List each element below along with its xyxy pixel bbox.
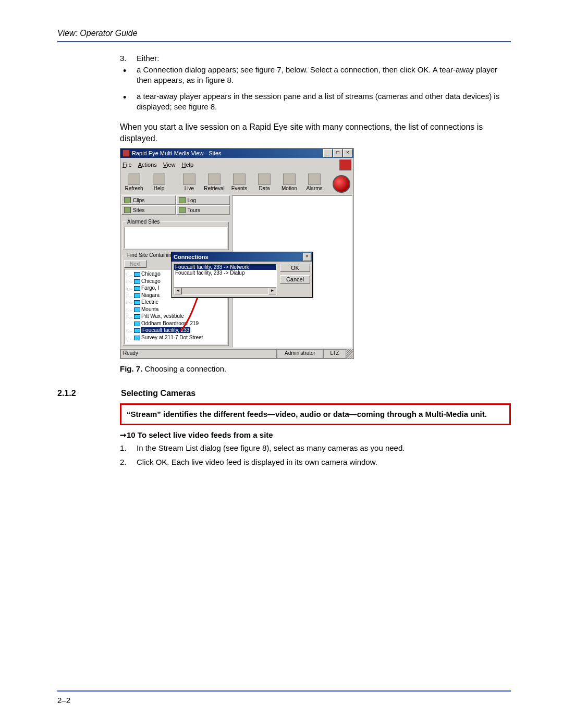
site-icon bbox=[134, 328, 140, 333]
tb-live-label: Live bbox=[185, 186, 194, 191]
section-number: 2.1.2 bbox=[57, 389, 121, 398]
tb-retrieval-label: Retrieval bbox=[204, 186, 224, 191]
note-box: “Stream” identifies the different feeds—… bbox=[120, 403, 511, 425]
header-rule bbox=[57, 41, 511, 42]
step-3: 3. Either: bbox=[120, 54, 511, 63]
app-icon bbox=[123, 150, 130, 157]
step-2-text: Click OK. Each live video feed is displa… bbox=[137, 457, 377, 467]
tree-node-7: Oddham Boardroom 219 bbox=[126, 320, 226, 327]
data-icon bbox=[258, 174, 271, 185]
bullet-2: a tear-away player appears in the sessio… bbox=[120, 91, 511, 113]
tab-sites[interactable]: Sites bbox=[121, 205, 176, 215]
sites-icon bbox=[124, 207, 131, 213]
record-indicator-icon bbox=[339, 159, 351, 170]
close-button[interactable]: × bbox=[343, 149, 352, 157]
tab-log-label: Log bbox=[188, 198, 197, 203]
tb-alarms-label: Alarms bbox=[306, 186, 322, 191]
page-header: View: Operator Guide bbox=[57, 29, 511, 38]
menubar: File Actions View Help bbox=[120, 158, 353, 171]
bullet-1: a Connection dialog appears; see figure … bbox=[120, 65, 511, 86]
step-1: 1.In the Stream List dialog (see figure … bbox=[120, 443, 511, 453]
tb-data[interactable]: Data bbox=[252, 172, 277, 193]
step-3-label: Either: bbox=[137, 54, 159, 63]
tab-clips[interactable]: Clips bbox=[121, 195, 176, 205]
alarmed-sites-group: Alarmed Sites bbox=[123, 219, 229, 250]
alarmed-sites-label: Alarmed Sites bbox=[126, 219, 161, 225]
tab-clips-label: Clips bbox=[133, 198, 144, 203]
next-button[interactable]: Next bbox=[124, 260, 146, 268]
status-mid: Administrator bbox=[277, 349, 323, 359]
connections-list[interactable]: Foucault facility, 233 -> Network Foucau… bbox=[174, 264, 277, 295]
site-icon bbox=[134, 300, 140, 305]
alarms-icon bbox=[308, 174, 321, 185]
tree-node-9: Survey at 211-7 Dot Street bbox=[126, 334, 226, 341]
site-icon bbox=[134, 322, 140, 326]
figure-label: Fig. 7. bbox=[120, 364, 142, 373]
connection-item-0[interactable]: Foucault facility, 233 -> Network bbox=[174, 264, 276, 270]
app-title: Rapid Eye Multi-Media View - Sites bbox=[132, 150, 222, 156]
status-bar: Ready Administrator LTZ bbox=[120, 349, 353, 359]
app-titlebar: Rapid Eye Multi-Media View - Sites _ □ × bbox=[120, 149, 353, 158]
cancel-button[interactable]: Cancel bbox=[280, 275, 310, 283]
events-icon bbox=[233, 174, 246, 185]
tb-events-label: Events bbox=[231, 186, 248, 191]
tab-tours[interactable]: Tours bbox=[176, 205, 230, 215]
minimize-button[interactable]: _ bbox=[323, 149, 333, 157]
tb-help[interactable]: Help bbox=[146, 172, 172, 193]
resize-grip-icon[interactable] bbox=[346, 349, 353, 359]
tb-live[interactable]: Live bbox=[177, 172, 202, 193]
connections-dialog: Connections × Foucault facility, 233 -> … bbox=[171, 252, 313, 298]
figure-caption: Fig. 7. Choosing a connection. bbox=[120, 364, 511, 373]
help-icon bbox=[153, 174, 165, 185]
figure-text: Choosing a connection. bbox=[142, 364, 226, 373]
tb-retrieval[interactable]: Retrieval bbox=[202, 172, 227, 193]
refresh-icon bbox=[128, 174, 140, 185]
tb-data-label: Data bbox=[259, 186, 270, 191]
app-window: Rapid Eye Multi-Media View - Sites _ □ ×… bbox=[120, 148, 354, 359]
tree-node-8: Foucault facility, 233 bbox=[126, 327, 226, 334]
step-1-num: 1. bbox=[120, 443, 137, 453]
alarmed-sites-list[interactable] bbox=[124, 227, 227, 249]
tours-icon bbox=[179, 207, 186, 213]
toolbar: Refresh Help Live Retrieval Events Data … bbox=[120, 171, 353, 194]
tab-log[interactable]: Log bbox=[176, 195, 230, 205]
step-1-text: In the Stream List dialog (see figure 8)… bbox=[137, 443, 405, 453]
page-number: 2–2 bbox=[57, 696, 70, 705]
log-icon bbox=[179, 197, 186, 203]
menu-file[interactable]: File bbox=[123, 162, 132, 168]
maximize-button[interactable]: □ bbox=[333, 149, 342, 157]
tb-refresh[interactable]: Refresh bbox=[121, 172, 146, 193]
clips-icon bbox=[124, 197, 131, 203]
tb-alarms[interactable]: Alarms bbox=[302, 172, 327, 193]
tb-events[interactable]: Events bbox=[227, 172, 252, 193]
live-icon bbox=[183, 174, 195, 185]
find-site-label: Find Site Containing bbox=[126, 252, 175, 258]
status-right: LTZ bbox=[323, 349, 346, 359]
connections-titlebar: Connections × bbox=[172, 252, 312, 262]
connections-hscroll[interactable]: ◄ ► bbox=[174, 287, 276, 294]
alarm-button[interactable] bbox=[333, 175, 350, 193]
tree-node-4: Electric bbox=[126, 299, 226, 306]
scroll-left-icon[interactable]: ◄ bbox=[174, 288, 182, 294]
connections-title: Connections bbox=[174, 254, 209, 260]
tb-refresh-label: Refresh bbox=[125, 186, 143, 191]
tb-help-label: Help bbox=[154, 186, 165, 191]
tree-node-5: Mounta bbox=[126, 306, 226, 313]
scroll-right-icon[interactable]: ► bbox=[268, 288, 276, 294]
menu-help[interactable]: Help bbox=[182, 162, 194, 168]
site-icon bbox=[134, 336, 140, 340]
tab-tours-label: Tours bbox=[188, 207, 200, 213]
tb-motion-label: Motion bbox=[282, 186, 297, 191]
ok-button[interactable]: OK bbox=[280, 264, 310, 272]
connections-close-button[interactable]: × bbox=[303, 253, 311, 261]
menu-view[interactable]: View bbox=[163, 162, 176, 168]
menu-actions[interactable]: Actions bbox=[138, 162, 157, 168]
site-icon bbox=[134, 307, 140, 312]
tb-motion[interactable]: Motion bbox=[277, 172, 302, 193]
retrieval-icon bbox=[208, 174, 221, 185]
status-left: Ready bbox=[120, 349, 277, 359]
motion-icon bbox=[283, 174, 296, 185]
site-icon bbox=[134, 286, 140, 291]
footer-rule bbox=[57, 690, 511, 692]
connection-item-1[interactable]: Foucault facility, 233 -> Dialup bbox=[174, 270, 276, 276]
